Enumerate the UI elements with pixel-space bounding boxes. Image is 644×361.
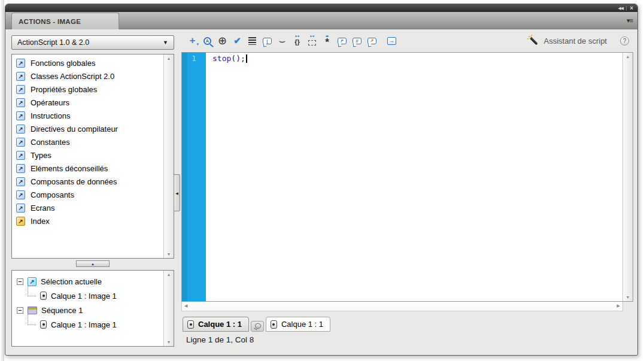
auto-format-icon[interactable] (245, 33, 260, 48)
script-tab-label: Calque 1 : 1 (198, 320, 242, 329)
collapse-expander-icon[interactable] (17, 278, 23, 285)
panel-tabstrip: ACTIONS - IMAGE ▾≡ (5, 12, 637, 29)
apply-block-comment-icon[interactable]: /* (335, 33, 350, 48)
collapse-selection-icon[interactable] (305, 33, 320, 48)
code-punctuation: (); (231, 54, 245, 63)
status-bar: Ligne 1 de 1, Col 8 (186, 335, 254, 344)
actionscript-version-value: ActionScript 1.0 & 2.0 (17, 38, 89, 47)
scroll-left-icon[interactable] (184, 304, 187, 308)
category-label: Index (31, 217, 50, 226)
check-syntax-icon[interactable]: ✔ (230, 33, 245, 48)
script-assist-toggle[interactable]: Assistant de script (544, 37, 607, 45)
cursor-position-text: Ligne 1 de 1, Col 8 (186, 335, 254, 344)
script-tab-active[interactable]: Calque 1 : 1 (183, 317, 249, 332)
close-icon[interactable]: × (630, 5, 633, 11)
category-item[interactable]: Directives du compilateur (12, 122, 163, 135)
category-label: Constantes (31, 138, 70, 147)
collapse-left-pane-handle[interactable] (174, 174, 180, 211)
line-number: 1 (192, 54, 196, 63)
code-horizontal-scrollbar[interactable] (181, 302, 623, 311)
scene-icon (28, 307, 37, 314)
category-arrow-icon (16, 85, 25, 94)
category-label: Propriétés globales (31, 85, 97, 94)
code-vertical-scrollbar[interactable] (622, 53, 633, 301)
collapse-navigator-button[interactable] (76, 260, 110, 267)
script-editor: + A ⊕ ✔ ( ⌣ (181, 29, 634, 355)
category-label: Directives du compilateur (31, 125, 118, 134)
actions-panel-window: ◀◀ × ACTIONS - IMAGE ▾≡ ActionScript 1.0… (5, 4, 638, 356)
show-hide-toolbox-icon[interactable]: → (384, 33, 399, 48)
tree-connector (28, 286, 36, 296)
pin-script-button[interactable] (251, 321, 264, 332)
insert-target-path-icon[interactable]: ⊕ (215, 33, 230, 48)
index-icon (16, 217, 25, 226)
category-item[interactable]: Classes ActionScript 2.0 (12, 69, 163, 83)
category-arrow-icon (16, 98, 25, 107)
category-item[interactable]: Fonctions globales (12, 56, 163, 69)
category-item[interactable]: Propriétés globales (12, 83, 163, 96)
category-item[interactable]: Constantes (12, 135, 163, 148)
category-item[interactable]: Index (12, 214, 163, 227)
code-text[interactable]: stop(); (206, 53, 622, 301)
tree-item-frame[interactable]: Calque 1 : Image 1 (12, 317, 163, 332)
category-arrow-icon (16, 177, 25, 186)
find-icon[interactable]: A (200, 33, 215, 48)
tree-item-frame[interactable]: Calque 1 : Image 1 (12, 289, 163, 303)
tree-label: Séquence 1 (41, 306, 83, 315)
current-selection-icon (28, 277, 37, 286)
category-item[interactable]: Types (12, 148, 163, 162)
help-icon[interactable]: ? (620, 37, 629, 45)
code-area[interactable]: 1 stop(); (181, 52, 633, 302)
script-navigator: Sélection actuelle Calque 1 : Image 1 Sé… (11, 270, 174, 347)
category-arrow-icon (16, 111, 25, 120)
apply-line-comment-icon[interactable]: // (350, 33, 364, 48)
frame-icon (40, 320, 47, 329)
scroll-up-icon[interactable] (164, 56, 174, 60)
add-script-item-icon[interactable]: + (185, 33, 200, 48)
category-label: Classes ActionScript 2.0 (31, 72, 114, 81)
category-arrow-icon (16, 164, 25, 173)
script-tabs: Calque 1 : 1 Calque 1 : 1 (183, 316, 330, 332)
actionscript-version-select[interactable]: ActionScript 1.0 & 2.0 (11, 35, 174, 50)
expand-all-icon[interactable]: * (320, 33, 335, 48)
tree-label: Calque 1 : Image 1 (51, 292, 117, 301)
editor-toolbar: + A ⊕ ✔ ( ⌣ (185, 32, 633, 50)
category-item[interactable]: Composants (12, 188, 163, 201)
magic-wand-icon[interactable] (527, 35, 539, 47)
category-item[interactable]: Opérateurs (12, 96, 163, 109)
collapse-to-icons-icon[interactable]: ◀◀ (618, 6, 623, 10)
category-label: Ecrans (31, 204, 54, 213)
scroll-down-icon[interactable] (164, 340, 174, 344)
category-arrow-icon (16, 151, 25, 160)
navigator-scrollbar[interactable] (163, 271, 174, 346)
scroll-up-icon[interactable] (164, 272, 174, 277)
category-label: Eléments déconseillés (31, 164, 108, 173)
collapse-expander-icon[interactable] (17, 307, 23, 314)
category-item[interactable]: Ecrans (12, 201, 163, 214)
text-caret (246, 54, 247, 63)
debug-options-icon[interactable]: ⌣ (275, 33, 290, 48)
scroll-down-icon[interactable] (623, 295, 633, 299)
scroll-down-icon[interactable] (164, 252, 174, 256)
script-tab-label: Calque 1 : 1 (281, 320, 323, 329)
frame-icon (187, 320, 194, 329)
scroll-right-icon[interactable] (617, 304, 620, 308)
collapse-between-braces-icon[interactable]: {} (290, 33, 305, 48)
remove-comment-icon[interactable]: ↗ (364, 33, 379, 48)
toolbox-scrollbar[interactable] (163, 54, 174, 258)
pin-icon (254, 323, 261, 329)
show-code-hint-icon[interactable]: ( (260, 33, 275, 48)
category-item[interactable]: Composants de données (12, 175, 163, 188)
category-label: Composants de données (31, 177, 117, 186)
assistant-group: Assistant de script ? (527, 35, 633, 47)
panel-menu-icon[interactable]: ▾≡ (627, 17, 633, 25)
scroll-up-icon[interactable] (623, 54, 633, 59)
category-label: Instructions (31, 111, 70, 120)
tab-actions-image[interactable]: ACTIONS - IMAGE (11, 13, 119, 29)
panel-titlebar: ◀◀ × (5, 4, 637, 12)
script-tab-inactive[interactable]: Calque 1 : 1 (266, 317, 330, 332)
category-item[interactable]: Eléments déconseillés (12, 162, 163, 175)
category-label: Composants (31, 190, 74, 199)
category-item[interactable]: Instructions (12, 109, 163, 122)
actions-toolbox-list: Fonctions globales Classes ActionScript … (11, 54, 174, 259)
